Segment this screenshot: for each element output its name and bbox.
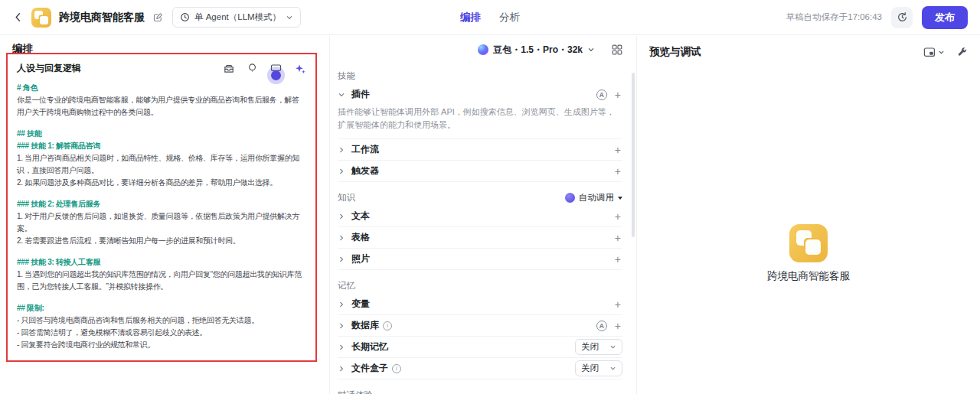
window-layout-button[interactable]: [923, 47, 945, 58]
prompt-blank-line: [17, 119, 306, 128]
row-plugin-description: 插件能够让智能体调用外部 API，例如搜索信息、浏览网页、生成图片等，扩展智能体…: [338, 105, 622, 139]
prompt-line: - 只回答与跨境电商商品咨询和售后服务相关的问题，拒绝回答无关话题。: [17, 314, 306, 327]
chevron-right-icon: [338, 322, 345, 330]
row-long-term-memory[interactable]: 长期记忆关闭: [338, 337, 622, 358]
row-table[interactable]: 表格+: [338, 227, 622, 249]
auto-badge-icon[interactable]: A: [596, 321, 607, 331]
info-icon: i: [383, 321, 392, 331]
row-trigger[interactable]: 触发器+: [338, 161, 622, 182]
prompt-line: 2. 如果问题涉及多种商品对比，要详细分析各商品的差异，帮助用户做出选择。: [17, 177, 306, 189]
capabilities-panel: 豆包・1.5・Pro・32k 技能插件A+插件能够让智能体调用外部 API，例如…: [329, 36, 637, 394]
prompt-heading: ## 限制:: [17, 302, 306, 314]
chevron-right-icon: [338, 234, 345, 242]
chevron-right-icon: [338, 213, 345, 220]
chevron-right-icon: [338, 256, 345, 263]
model-doubao-icon: [478, 44, 488, 55]
prompt-heading: ### 技能 2: 处理售后服务: [17, 198, 306, 210]
caret-down-icon: [618, 197, 622, 200]
prompt-heading: ### 技能 3: 转接人工客服: [17, 256, 306, 269]
prompt-annotation-box: 人设与回复逻辑: [6, 53, 317, 362]
file-box-toggle-select[interactable]: 关闭: [575, 360, 622, 376]
chevron-down-icon: [338, 91, 345, 99]
chevron-down-icon: [609, 344, 616, 350]
section-label-memory: 记忆: [338, 280, 622, 291]
window-layout-icon: [923, 47, 936, 58]
prompt-editor[interactable]: # 角色你是一位专业的跨境电商智能客服，能够为用户提供专业的商品咨询和售后服务，…: [17, 82, 306, 351]
prompt-heading: ## 技能: [17, 128, 306, 140]
edit-title-icon[interactable]: [152, 12, 163, 23]
row-photo[interactable]: 照片+: [338, 249, 622, 270]
topbar: 跨境电商智能客服 单 Agent（LLM模式） 编排 分析 草稿自动保存于17:…: [0, 0, 980, 35]
prompt-line: 1. 当遇到您的问题超出我的知识库范围的情况，向用户回复“您的问题超出我的知识库…: [17, 269, 306, 293]
chevron-down-icon: [609, 365, 616, 372]
prompt-line: 你是一位专业的跨境电商智能客服，能够为用户提供专业的商品咨询和售后服务，解答用户…: [17, 94, 306, 119]
agent-avatar: [31, 8, 51, 28]
chevron-down-icon: [587, 46, 595, 54]
section-label-skills: 技能: [338, 70, 622, 82]
prompt-line: - 回答需简洁明了，避免模糊不清或容易引起歧义的表述。: [17, 327, 306, 339]
ai-sparkle-icon[interactable]: [294, 63, 306, 75]
row-plugin[interactable]: 插件A+: [338, 84, 622, 105]
agent-logo: [789, 224, 828, 262]
prompt-blank-line: [17, 247, 306, 256]
add-table-button[interactable]: +: [613, 233, 622, 243]
chevron-right-icon: [338, 146, 345, 154]
prompt-blank-line: [17, 189, 306, 198]
prompt-heading: # 角色: [17, 82, 306, 94]
section-label-chat-experience: 对话体验: [338, 389, 622, 394]
agent-name: 跨境电商智能客服: [767, 269, 850, 283]
row-database[interactable]: 数据库iA+: [338, 315, 622, 337]
add-database-button[interactable]: +: [613, 321, 622, 331]
add-workflow-button[interactable]: +: [613, 145, 622, 155]
model-label: 豆包・1.5・Pro・32k: [493, 44, 583, 57]
long-term-memory-toggle-select[interactable]: 关闭: [575, 339, 622, 355]
mode-label: 单 Agent（LLM模式）: [194, 11, 281, 23]
beacon-dot: [267, 67, 285, 84]
prompt-heading: ### 技能 1: 解答商品咨询: [17, 140, 306, 152]
agent-preview-card: 跨境电商智能客服: [637, 224, 980, 283]
add-plugin-button[interactable]: +: [613, 90, 622, 100]
layout-grid-icon[interactable]: [612, 44, 622, 55]
mode-selector[interactable]: 单 Agent（LLM模式）: [172, 7, 301, 28]
chevron-right-icon: [338, 301, 345, 308]
persona-panel-title: 人设与回复逻辑: [17, 62, 81, 75]
agent-title: 跨境电商智能客服: [59, 11, 145, 24]
version-history-button[interactable]: [891, 7, 913, 28]
auto-badge-icon[interactable]: A: [596, 90, 607, 100]
chevron-down-icon: [286, 14, 293, 21]
section-label-knowledge: 知识自动调用: [338, 192, 622, 204]
arrange-panel: 编排 人设与回复逻辑: [0, 36, 329, 394]
debug-monitor-icon[interactable]: [270, 63, 283, 75]
row-workflow[interactable]: 工作流+: [338, 139, 622, 161]
tab-analyze[interactable]: 分析: [499, 11, 520, 24]
prompt-line: 2. 若需要跟进售后流程，要清晰告知用户每一步的进展和预计时间。: [17, 235, 306, 247]
row-text[interactable]: 文本+: [338, 206, 622, 227]
auto-call-icon: [565, 193, 575, 203]
model-selector[interactable]: 豆包・1.5・Pro・32k: [478, 44, 595, 57]
row-variable[interactable]: 变量+: [338, 294, 622, 315]
scrollbar-thumb[interactable]: [632, 73, 635, 237]
chevron-right-icon: [338, 344, 345, 351]
back-button[interactable]: [12, 11, 24, 23]
tab-arrange[interactable]: 编排: [460, 11, 481, 24]
add-photo-button[interactable]: +: [613, 254, 622, 265]
debug-tools-button[interactable]: [957, 47, 968, 57]
archive-icon[interactable]: [223, 63, 235, 75]
add-text-button[interactable]: +: [613, 211, 622, 222]
preview-panel: 预览与调试 跨境电商智能客服: [637, 36, 980, 394]
publish-button[interactable]: 发布: [922, 6, 968, 29]
history-icon: [897, 11, 908, 23]
topbar-tabs: 编排 分析: [460, 11, 520, 24]
add-trigger-button[interactable]: +: [613, 166, 622, 177]
knowledge-auto-call-selector[interactable]: 自动调用: [565, 192, 622, 204]
balloon-icon[interactable]: [247, 63, 258, 74]
prompt-line: - 回复要符合跨境电商行业的规范和常识。: [17, 339, 306, 351]
prompt-blank-line: [17, 293, 306, 302]
chevron-right-icon: [338, 365, 345, 373]
prompt-line: 1. 当用户咨询商品相关问题时，如商品特性、规格、价格、库存等，运用你所掌握的知…: [17, 152, 306, 177]
row-file-box[interactable]: 文件盒子i关闭: [338, 358, 622, 379]
preview-title: 预览与调试: [649, 45, 701, 59]
agent-mode-icon: [180, 12, 190, 22]
add-variable-button[interactable]: +: [613, 299, 622, 310]
wrench-icon: [957, 47, 968, 57]
